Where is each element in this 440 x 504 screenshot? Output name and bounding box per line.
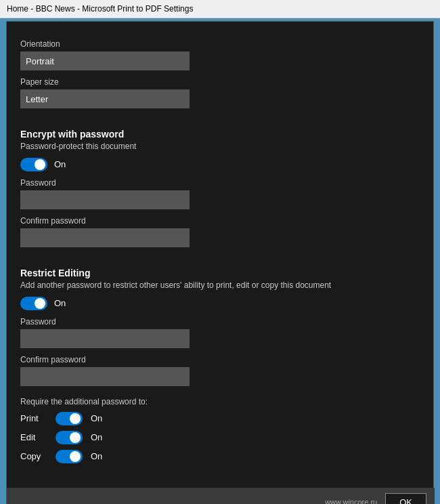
encrypt-password-label: Password — [20, 178, 420, 188]
dialog-content: Orientation Paper size Encrypt with pass… — [7, 22, 433, 488]
encrypt-section-title: Encrypt with password — [20, 129, 420, 140]
require-copy-row: Copy On — [20, 450, 420, 463]
require-copy-toggle[interactable] — [56, 450, 83, 463]
dialog-footer: www.wincore.ru OK — [7, 488, 435, 504]
title-bar: Home - BBC News - Microsoft Print to PDF… — [0, 0, 440, 18]
paper-size-label: Paper size — [20, 77, 420, 87]
encrypt-toggle[interactable] — [20, 158, 47, 171]
encrypt-toggle-label: On — [54, 159, 66, 169]
dialog-container: Orientation Paper size Encrypt with pass… — [6, 21, 434, 504]
encrypt-section-desc: Password-protect this document — [20, 141, 420, 152]
orientation-label: Orientation — [20, 39, 420, 49]
require-edit-name: Edit — [20, 432, 47, 442]
restrict-section-title: Restrict Editing — [20, 268, 420, 278]
watermark: www.wincore.ru — [15, 498, 385, 504]
require-print-toggle-knob — [70, 413, 81, 424]
encrypt-toggle-row: On — [20, 158, 420, 171]
require-print-row: Print On — [20, 412, 420, 425]
encrypt-confirm-input[interactable] — [20, 228, 190, 247]
restrict-toggle[interactable] — [20, 297, 47, 310]
require-label: Require the additional password to: — [20, 397, 420, 406]
restrict-confirm-label: Confirm password — [20, 355, 420, 364]
require-copy-toggle-label: On — [91, 451, 102, 461]
require-print-name: Print — [20, 413, 47, 423]
require-edit-toggle-label: On — [91, 432, 102, 442]
require-print-toggle[interactable] — [56, 412, 83, 425]
restrict-password-input[interactable] — [20, 329, 190, 348]
title-text: Home - BBC News - Microsoft Print to PDF… — [7, 4, 193, 14]
require-copy-name: Copy — [20, 451, 47, 461]
orientation-input[interactable] — [20, 51, 190, 70]
require-edit-toggle-knob — [70, 432, 81, 443]
restrict-section-desc: Add another password to restrict other u… — [20, 280, 420, 291]
restrict-toggle-row: On — [20, 297, 420, 310]
require-edit-row: Edit On — [20, 431, 420, 444]
restrict-confirm-input[interactable] — [20, 367, 190, 386]
restrict-toggle-knob — [35, 298, 45, 309]
require-edit-toggle[interactable] — [56, 431, 83, 444]
restrict-toggle-label: On — [54, 298, 66, 308]
require-print-toggle-label: On — [91, 413, 102, 423]
paper-size-input[interactable] — [20, 89, 190, 108]
encrypt-password-input[interactable] — [20, 190, 190, 209]
restrict-password-label: Password — [20, 317, 420, 327]
require-copy-toggle-knob — [70, 451, 81, 462]
ok-button[interactable]: OK — [385, 493, 426, 504]
encrypt-toggle-knob — [35, 159, 45, 170]
encrypt-confirm-label: Confirm password — [20, 216, 420, 226]
